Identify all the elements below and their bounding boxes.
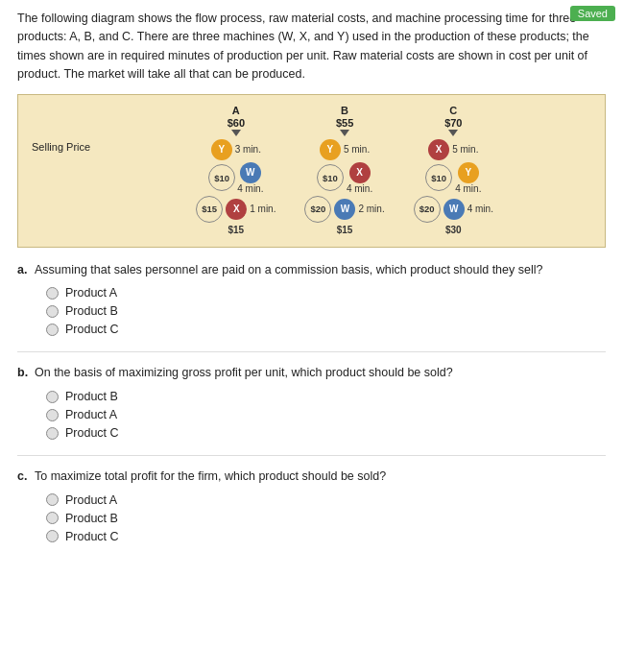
product-b-price: $55: [336, 117, 353, 129]
question-b-option3[interactable]: Product C: [46, 426, 606, 440]
radio-a-1[interactable]: [46, 287, 59, 300]
question-c-block: c. To maximize total profit for the firm…: [17, 468, 606, 543]
radio-b-1[interactable]: [46, 391, 59, 403]
divider-ab: [17, 351, 606, 352]
radio-c-3[interactable]: [46, 530, 59, 542]
radio-label-a-2: Product B: [65, 304, 118, 318]
product-b-letter: B: [341, 105, 348, 117]
product-a-step1: Y 3 min.: [211, 139, 261, 160]
question-c-options: Product A Product B Product C: [17, 493, 606, 543]
question-c-text: c. To maximize total profit for the firm…: [17, 468, 606, 486]
cost-a-bottom: $15: [228, 225, 244, 235]
question-b-options: Product B Product A Product C: [17, 390, 606, 440]
cost-b2: $20: [304, 196, 331, 223]
question-b-letter: b.: [17, 364, 31, 382]
cost-c2: $20: [414, 196, 441, 223]
radio-label-b-1: Product B: [65, 390, 118, 403]
arrow-down-b: [340, 130, 349, 136]
diagram: Selling Price A $60 Y 3 min. $10: [17, 94, 606, 248]
time-c1: 5 min.: [452, 144, 478, 155]
cost-b1: $10: [317, 164, 344, 191]
arrow-down-a: [231, 130, 241, 136]
cost-a1: $10: [208, 164, 235, 191]
question-c-option3[interactable]: Product C: [46, 530, 606, 543]
time-a1: 3 min.: [235, 144, 261, 155]
question-a-letter: a.: [17, 261, 31, 279]
question-b-option1[interactable]: Product B: [46, 390, 606, 403]
radio-b-3[interactable]: [46, 427, 59, 440]
machine-y-b1: Y: [320, 139, 341, 160]
radio-label-c-2: Product B: [65, 512, 118, 525]
selling-price-col: Selling Price: [32, 105, 90, 235]
machine-w-c3: W: [443, 199, 465, 220]
product-a-col: A $60 Y 3 min. $10 W 4 min.: [196, 105, 276, 235]
cost-c-bottom: $30: [445, 225, 462, 235]
time-a3: 1 min.: [250, 204, 276, 214]
question-c-option1[interactable]: Product A: [46, 493, 606, 507]
divider-bc: [17, 455, 606, 456]
machine-x-b2: X: [349, 162, 371, 183]
time-b2: 4 min.: [347, 183, 372, 194]
radio-a-2[interactable]: [46, 305, 59, 318]
time-c3: 4 min.: [467, 204, 493, 214]
question-a-option3[interactable]: Product C: [46, 323, 606, 336]
time-b1: 5 min.: [344, 144, 370, 155]
radio-label-a-3: Product C: [65, 323, 119, 336]
selling-price-label: Selling Price: [32, 141, 90, 153]
question-a-block: a. Assuming that sales personnel are pai…: [17, 261, 606, 337]
machine-x-a3: X: [226, 199, 247, 220]
intro-paragraph: The following diagram shows the flow pro…: [17, 10, 606, 84]
question-a-option2[interactable]: Product B: [46, 304, 606, 318]
product-b-step1: Y 5 min.: [320, 139, 370, 160]
product-a-price: $60: [228, 117, 245, 129]
machine-y-a1: Y: [211, 139, 232, 160]
radio-c-2[interactable]: [46, 512, 59, 524]
product-c-price: $70: [444, 117, 462, 129]
time-b3: 2 min.: [358, 204, 384, 214]
page: Saved The following diagram shows the fl…: [0, 0, 623, 672]
saved-badge: Saved: [570, 6, 615, 21]
question-c-letter: c.: [17, 468, 31, 486]
question-b-option2[interactable]: Product A: [46, 408, 606, 421]
cost-c1: $10: [425, 164, 452, 191]
product-a-letter: A: [232, 105, 240, 117]
radio-label-c-3: Product C: [65, 530, 119, 543]
radio-label-b-2: Product A: [65, 408, 117, 421]
question-a-option1[interactable]: Product A: [46, 286, 606, 300]
radio-label-b-3: Product C: [65, 426, 119, 440]
machine-x-c1: X: [428, 139, 449, 160]
machine-w-a2: W: [240, 162, 261, 183]
cost-b-bottom: $15: [337, 225, 353, 235]
product-b-col: B $55 Y 5 min. $10 X 4 min.: [304, 105, 384, 235]
question-a-options: Product A Product B Product C: [17, 286, 606, 336]
radio-b-2[interactable]: [46, 409, 59, 421]
radio-label-c-1: Product A: [65, 493, 117, 507]
question-c-option2[interactable]: Product B: [46, 512, 606, 525]
question-b-block: b. On the basis of maximizing gross prof…: [17, 364, 606, 440]
product-c-step1: X 5 min.: [428, 139, 478, 160]
question-a-text: a. Assuming that sales personnel are pai…: [17, 261, 606, 279]
machine-y-c2: Y: [458, 162, 479, 183]
product-c-letter: C: [449, 105, 457, 117]
radio-c-1[interactable]: [46, 493, 59, 506]
time-c2: 4 min.: [455, 183, 481, 194]
machine-w-b3: W: [334, 199, 355, 220]
radio-a-3[interactable]: [46, 324, 59, 336]
question-b-text: b. On the basis of maximizing gross prof…: [17, 364, 606, 382]
radio-label-a-1: Product A: [65, 286, 117, 300]
product-c-col: C $70 X 5 min. $10 Y 4 min.: [414, 105, 493, 235]
cost-a2: $15: [196, 196, 223, 223]
arrow-down-c: [448, 130, 458, 136]
time-a2: 4 min.: [237, 183, 263, 194]
